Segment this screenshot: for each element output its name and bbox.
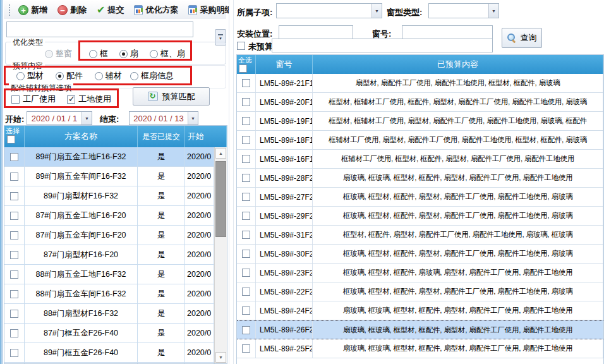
row-checkbox[interactable] bbox=[242, 250, 250, 258]
plan-table-row[interactable]: 89#门扇五金工地F16-F32 是 2020/0 bbox=[4, 147, 214, 167]
window-no-cell: LM5L-89#-24F22 bbox=[256, 301, 313, 320]
query-button[interactable]: 查询 bbox=[502, 28, 542, 48]
chevron-down-icon[interactable]: ▼ bbox=[188, 112, 198, 124]
row-checkbox[interactable] bbox=[10, 290, 18, 298]
plan-table-row[interactable]: 87#门扇五金工地F16-F20 是 2020/0 bbox=[4, 206, 214, 226]
row-checkbox[interactable] bbox=[242, 212, 250, 220]
window-no-header[interactable]: 窗号 bbox=[256, 55, 313, 74]
plan-table-row[interactable]: 87#门扇五金车间F16-F20 是 2020/0 bbox=[4, 226, 214, 245]
window-table-row[interactable]: LM5L-89#-29F27 框玻璃, 框型材, 框配件, 扇型材, 扇配件工厂… bbox=[237, 207, 603, 226]
radio-frame-sash[interactable]: 框、扇 bbox=[150, 48, 185, 59]
chevron-down-icon[interactable]: ▼ bbox=[488, 4, 498, 18]
end-date-picker[interactable]: 2020 / 01 / 13 ▼ bbox=[129, 111, 198, 125]
chevron-down-icon[interactable]: ▼ bbox=[371, 4, 382, 18]
radio-frame-sash-info[interactable]: 框扇信息 bbox=[130, 70, 174, 82]
plan-table-row[interactable]: 89#门扇型材F16-F32 是 2020/0 bbox=[4, 186, 214, 206]
row-checkbox[interactable] bbox=[10, 231, 18, 240]
left-splitter[interactable] bbox=[0, 0, 3, 364]
row-checkbox[interactable] bbox=[242, 269, 250, 277]
window-table-row[interactable]: LM5L-89#-30F28 框玻璃, 框型材, 框配件, 扇型材, 扇配件工厂… bbox=[237, 245, 603, 264]
row-checkbox[interactable] bbox=[242, 174, 250, 182]
budgeted-content-header[interactable]: 已预算内容 bbox=[313, 55, 603, 74]
row-checkbox[interactable] bbox=[10, 173, 18, 181]
row-checkbox[interactable] bbox=[10, 270, 18, 279]
panel-splitter[interactable] bbox=[229, 0, 234, 364]
select-all-checkbox[interactable] bbox=[239, 64, 247, 73]
plan-table-row[interactable]: 87#门扇型材F16-F20 是 2020/0 bbox=[4, 245, 214, 265]
window-table-row[interactable]: LM5L-89#-19F17 框型材, 框辅材工厂使用, 扇型材, 扇配件工厂使… bbox=[237, 112, 603, 131]
window-table-row[interactable]: LM5L-89#-27F25 框玻璃, 框型材, 框配件, 扇型材, 扇配件工厂… bbox=[237, 188, 603, 207]
radio-whole-window[interactable]: 整窗 bbox=[45, 48, 72, 59]
window-table-row[interactable]: LM5L-89#-31F29 框型材, 框配件, 扇型材, 扇配件工厂使用, 扇… bbox=[237, 226, 603, 245]
window-table-row[interactable]: LM5L-89#-23F21 框玻璃, 框型材, 框配件, 扇玻璃, 扇型材, … bbox=[237, 264, 603, 282]
submitted-cell: 是 bbox=[138, 304, 185, 323]
window-table-row[interactable]: LM5L-89#-18F16 框辅材工厂使用, 扇型材, 扇配件工厂使用, 扇配… bbox=[237, 131, 603, 150]
scrollbar-thumb[interactable] bbox=[215, 161, 226, 237]
plan-table-row[interactable]: 89#门扇五金车间F16-F32 是 2020/0 bbox=[4, 167, 214, 186]
row-checkbox[interactable] bbox=[242, 136, 250, 144]
plan-name-header[interactable]: 方案名称 bbox=[25, 126, 138, 147]
window-type-select[interactable]: ▼ bbox=[428, 3, 499, 18]
row-checkbox[interactable] bbox=[10, 153, 18, 161]
row-checkbox[interactable] bbox=[10, 349, 18, 357]
row-checkbox[interactable] bbox=[242, 306, 250, 315]
chevron-down-icon[interactable]: ▼ bbox=[82, 112, 92, 124]
window-table-row[interactable]: LM5L-89#-24F22 扇玻璃, 框玻璃, 框型材, 框配件, 扇型材, … bbox=[237, 301, 603, 320]
submitted-cell: 是 bbox=[138, 324, 185, 343]
row-checkbox[interactable] bbox=[242, 326, 250, 334]
row-checkbox[interactable] bbox=[242, 344, 250, 353]
row-checkbox[interactable] bbox=[10, 310, 18, 318]
plan-table-row[interactable]: 88#门扇五金工地F16-F32 是 2020/0 bbox=[4, 265, 214, 284]
select-all-checkbox[interactable] bbox=[7, 135, 15, 143]
plan-table-scrollbar[interactable]: ▲ ▼ bbox=[214, 147, 227, 363]
radio-profile[interactable]: 型材 bbox=[16, 70, 44, 82]
no-budget-input[interactable] bbox=[272, 39, 493, 52]
no-budget-checkbox[interactable] bbox=[237, 42, 245, 50]
start-date-cell: 2020/0 bbox=[185, 167, 214, 186]
row-checkbox[interactable] bbox=[242, 193, 250, 201]
window-table-row[interactable]: LM5L-89#-28F26 扇玻璃, 框玻璃, 框型材, 框配件, 扇型材, … bbox=[237, 169, 603, 188]
radio-auxiliary[interactable]: 辅材 bbox=[95, 70, 122, 82]
row-checkbox[interactable] bbox=[10, 251, 18, 259]
radio-accessory[interactable]: 配件 bbox=[56, 70, 83, 82]
row-checkbox[interactable] bbox=[242, 231, 250, 239]
delete-button[interactable]: − 删除 bbox=[54, 2, 90, 18]
row-checkbox[interactable] bbox=[10, 329, 18, 337]
plan-filter-input[interactable] bbox=[6, 21, 193, 37]
add-button[interactable]: + 新增 bbox=[15, 2, 51, 18]
site-use-checkbox[interactable]: 工地使用 bbox=[67, 94, 111, 105]
optimize-plan-button[interactable]: 优化方案 bbox=[130, 2, 182, 18]
radio-frame[interactable]: 框 bbox=[89, 48, 108, 59]
window-table-row[interactable]: LM5L-89#-26F24 扇玻璃, 框玻璃, 框型材, 框配件, 扇型材, … bbox=[237, 320, 603, 339]
factory-use-checkbox[interactable]: 工厂使用 bbox=[11, 94, 56, 105]
scroll-down-icon[interactable]: ▼ bbox=[215, 352, 226, 363]
scroll-up-icon[interactable]: ▲ bbox=[215, 148, 226, 159]
row-checkbox[interactable] bbox=[242, 117, 250, 125]
start-header[interactable]: 开始 bbox=[185, 126, 227, 147]
window-table-row[interactable]: LM5L-89#-20F18 框型材, 框辅材工厂使用, 框配件, 扇型材, 扇… bbox=[237, 93, 603, 112]
plan-table-row[interactable]: 89#门框五金F26-F40 是 2020/0 bbox=[4, 343, 214, 363]
window-no-input[interactable] bbox=[402, 25, 493, 40]
row-checkbox[interactable] bbox=[10, 212, 18, 220]
row-checkbox[interactable] bbox=[242, 98, 250, 106]
window-table-row[interactable]: LM5L-89#-25F23 扇玻璃, 框玻璃, 框型材, 框配件, 扇型材, … bbox=[237, 339, 603, 358]
row-checkbox[interactable] bbox=[10, 192, 18, 200]
row-checkbox[interactable] bbox=[242, 155, 250, 163]
window-table-row[interactable]: LM5L-89#-21F19 扇型材, 扇配件工厂使用, 扇配件工地使用, 框型… bbox=[237, 74, 603, 93]
toolbar-grip[interactable] bbox=[9, 4, 10, 16]
start-date-picker[interactable]: 2020 / 01 / 1 ▼ bbox=[27, 111, 92, 125]
plan-table-row[interactable]: 87#门框五金F26-F40 是 2020/0 bbox=[4, 324, 214, 343]
row-checkbox[interactable] bbox=[242, 79, 250, 87]
plan-table-row[interactable]: 88#门扇五金车间F16-F32 是 2020/0 bbox=[4, 284, 214, 304]
row-checkbox[interactable] bbox=[242, 288, 250, 296]
window-table-row[interactable]: LM5L-89#-22F20 框玻璃, 框型材, 框配件, 扇型材, 扇配件工厂… bbox=[237, 282, 603, 301]
sub-item-select[interactable]: ▼ bbox=[276, 3, 382, 18]
budget-match-button[interactable]: ↻ 预算匹配 bbox=[133, 87, 210, 106]
submit-button[interactable]: ✔ 提交 bbox=[93, 2, 128, 18]
install-pos-input[interactable] bbox=[279, 25, 353, 40]
plan-table: 选择 方案名称 是否已提交 开始 89#门扇五金工地F16-F32 是 2020… bbox=[4, 125, 227, 364]
submitted-header[interactable]: 是否已提交 bbox=[138, 126, 185, 147]
window-table-row[interactable]: LM5L-89#-16F15 框辅材工厂使用, 框型材, 框配件, 扇型材, 扇… bbox=[237, 150, 603, 169]
radio-sash[interactable]: 扇 bbox=[119, 48, 138, 59]
plan-table-row[interactable]: 88#门扇型材F16-F32 是 2020/0 bbox=[4, 304, 214, 324]
